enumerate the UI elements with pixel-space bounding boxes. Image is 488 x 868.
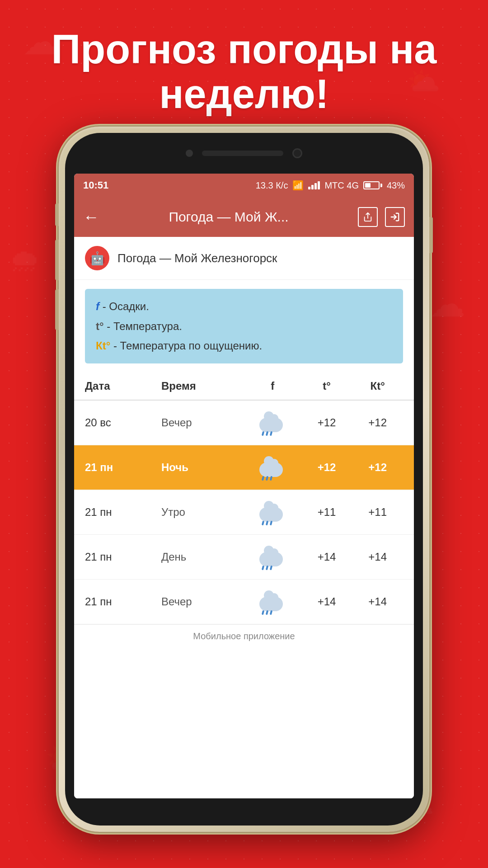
status-right: 13.3 К/с 📶 МТС 4G (256, 180, 405, 191)
volume-down-button (55, 289, 59, 330)
row-date: 20 вс (85, 416, 161, 429)
phone-shell: 10:51 13.3 К/с 📶 МТС 4G (59, 127, 429, 832)
volume-up-button (55, 240, 59, 280)
legend-f: f - Осадки. (96, 299, 392, 314)
sensor-dot (186, 150, 193, 157)
status-bar: 10:51 13.3 К/с 📶 МТС 4G (74, 174, 414, 197)
row-f-icon (244, 453, 301, 481)
header-t: t° (301, 380, 352, 392)
header-date: Дата (85, 380, 161, 392)
row-feels-like: +14 (352, 551, 403, 563)
table-rows-container: 20 вс Вечер +12 +12 21 пн Ночь (74, 401, 414, 624)
legend-t-key: t° (96, 320, 104, 332)
share-icon[interactable] (358, 207, 378, 227)
row-time: День (161, 551, 244, 563)
signal-bars (308, 181, 320, 189)
table-row: 21 пн День +14 +14 (74, 535, 414, 580)
row-temperature: +12 (301, 461, 352, 474)
app-bar: ← Погода — Мой Ж... (74, 197, 414, 237)
row-feels-like: +11 (352, 506, 403, 519)
signal-bar-3 (314, 183, 317, 189)
row-feels-like: +14 (352, 595, 403, 608)
svg-text:🌧: 🌧 (9, 243, 41, 278)
header-kt: Кt° (352, 380, 403, 392)
battery-percent: 43% (387, 180, 405, 191)
battery-indicator (363, 181, 382, 189)
row-feels-like: +12 (352, 461, 403, 474)
content-area[interactable]: 🤖 Погода — Мой Железногорск f - Осадки. … (74, 237, 414, 798)
row-f-icon (244, 588, 301, 616)
phone-inner: 10:51 13.3 К/с 📶 МТС 4G (65, 133, 423, 826)
signal-bar-2 (311, 185, 314, 189)
legend-kt: Кt° - Температура по ощущению. (96, 338, 392, 354)
table-row: 20 вс Вечер +12 +12 (74, 401, 414, 445)
row-temperature: +14 (301, 551, 352, 563)
legend-kt-key: Кt° (96, 340, 110, 352)
phone-container: 10:51 13.3 К/с 📶 МТС 4G (59, 127, 429, 832)
legend-box: f - Осадки. t° - Температура. Кt° - Темп… (85, 289, 403, 363)
row-date: 21 пн (85, 461, 161, 474)
row-feels-like: +12 (352, 416, 403, 429)
page-title: Прогноз погоды на неделю! (0, 0, 488, 135)
legend-f-key: f (96, 300, 99, 312)
table-header: Дата Время f t° Кt° (74, 373, 414, 401)
row-f-icon (244, 543, 301, 571)
speaker-grille (202, 151, 283, 156)
row-time: Ночь (161, 461, 244, 474)
table-row: 21 пн Утро +11 +11 (74, 490, 414, 535)
app-logo: 🤖 (85, 246, 109, 270)
weather-cloud-icon (258, 453, 286, 481)
phone-screen: 10:51 13.3 К/с 📶 МТС 4G (74, 174, 414, 798)
signal-bar-4 (318, 181, 320, 189)
app-bar-icons (358, 207, 405, 227)
header-f: f (244, 380, 301, 392)
login-icon[interactable] (385, 207, 405, 227)
legend-t: t° - Температура. (96, 319, 392, 334)
carrier-label: МТС 4G (324, 180, 359, 191)
table-row: 21 пн Вечер +14 +14 (74, 580, 414, 624)
row-temperature: +12 (301, 416, 352, 429)
weather-cloud-icon (258, 409, 286, 437)
header-time: Время (161, 380, 244, 392)
svg-text:☁: ☁ (429, 284, 465, 324)
weather-cloud-icon (258, 498, 286, 526)
weather-cloud-icon (258, 543, 286, 571)
network-speed: 13.3 К/с (256, 180, 288, 191)
row-time: Вечер (161, 595, 244, 608)
row-date: 21 пн (85, 595, 161, 608)
app-header-row: 🤖 Погода — Мой Железногорск (74, 237, 414, 280)
phone-top-bar (65, 133, 423, 174)
wifi-icon: 📶 (292, 180, 304, 191)
row-time: Утро (161, 506, 244, 519)
status-time: 10:51 (83, 179, 108, 191)
row-date: 21 пн (85, 551, 161, 563)
app-bar-title: Погода — Мой Ж... (108, 209, 349, 225)
row-date: 21 пн (85, 506, 161, 519)
back-button[interactable]: ← (83, 208, 99, 226)
weather-cloud-icon (258, 588, 286, 616)
mute-button (55, 203, 59, 226)
front-camera (292, 148, 302, 158)
bottom-label: Мобильное приложение (74, 624, 414, 648)
row-time: Вечер (161, 416, 244, 429)
row-f-icon (244, 498, 301, 526)
signal-bar-1 (308, 187, 310, 189)
app-header-title: Погода — Мой Железногорск (117, 251, 277, 265)
row-temperature: +14 (301, 595, 352, 608)
row-f-icon (244, 409, 301, 437)
power-button (429, 217, 433, 253)
row-temperature: +11 (301, 506, 352, 519)
table-row: 21 пн Ночь +12 +12 (74, 445, 414, 490)
